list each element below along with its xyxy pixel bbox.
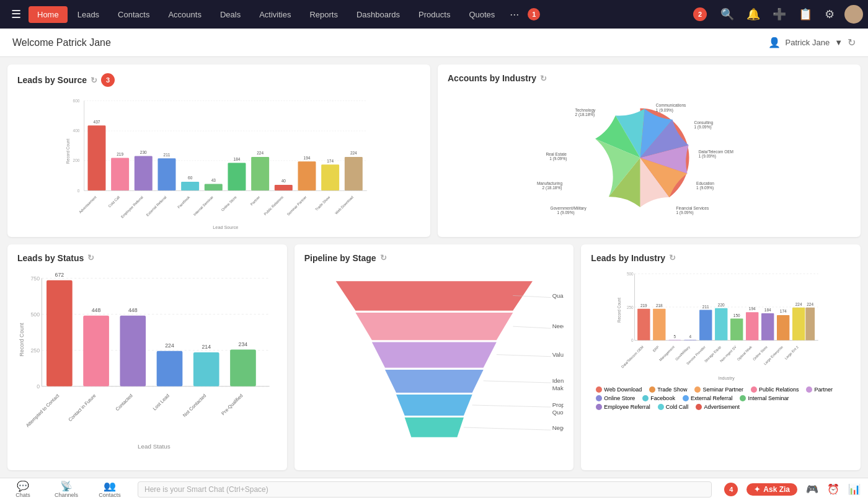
channels-item[interactable]: 📡 Channels [51,480,82,498]
nav-contacts[interactable]: Contacts [109,6,158,23]
nav-quotes[interactable]: Quotes [460,6,503,23]
bell-icon[interactable]: 🔔 [742,5,765,24]
contacts-item[interactable]: 👥 Contacts [94,480,125,498]
badge-4: 4 [724,483,738,496]
legend-internal-seminar: Internal Seminar [740,395,789,401]
svg-rect-129 [668,339,681,340]
svg-text:Contact in Future: Contact in Future [68,393,97,422]
add-icon[interactable]: ➕ [768,5,791,24]
svg-rect-83 [120,315,146,386]
svg-text:4: 4 [689,334,692,338]
legend-facebook: Facebook [642,395,675,401]
nav-badge-1: 1 [528,8,540,20]
svg-text:211: 211 [164,153,170,157]
search-icon[interactable]: 🔍 [715,5,739,24]
contacts-icon: 👥 [104,480,116,492]
nav-accounts[interactable]: Accounts [159,6,210,23]
svg-text:250: 250 [627,305,634,309]
svg-rect-33 [275,185,293,190]
svg-text:Internal Seminar: Internal Seminar [193,195,214,217]
nav-leads[interactable]: Leads [69,6,108,23]
svg-text:Online Store: Online Store [752,345,768,361]
pipeline-refresh[interactable]: ↻ [380,253,387,262]
svg-marker-96 [335,281,532,311]
svg-rect-127 [653,308,665,340]
nav-more-icon[interactable]: ··· [505,6,524,24]
status-bar-right: 4 ✦ Ask Zia 🎮 ⏰ 📊 [724,483,861,496]
svg-rect-77 [46,280,73,386]
svg-text:400: 400 [73,128,80,133]
svg-rect-21 [181,182,199,190]
leads-source-refresh[interactable]: ↻ [91,76,97,85]
clock-icon[interactable]: ⏰ [827,483,839,495]
svg-text:184: 184 [764,308,771,312]
svg-rect-141 [761,313,774,340]
svg-rect-131 [684,339,696,340]
bottom-row: Leads by Status ↻ Record Count 750 500 2… [7,244,861,470]
svg-rect-125 [637,308,650,340]
svg-text:Management: Management [658,344,675,361]
svg-rect-39 [321,164,339,190]
nav-products[interactable]: Products [410,6,459,23]
avatar[interactable] [844,5,863,24]
header-refresh-icon[interactable]: ↻ [848,37,856,48]
legend-trade-show: Trade Show [649,386,687,393]
svg-text:1 (9.09%): 1 (9.09%) [699,154,716,159]
smart-chat-input[interactable]: Here is your Smart Chat (Ctrl+Space) [138,481,712,498]
nav-home[interactable]: Home [29,6,68,23]
svg-marker-102 [385,369,484,392]
svg-text:2 (18.18%): 2 (18.18%) [575,112,595,117]
ask-zia-button[interactable]: ✦ Ask Zia [746,483,797,496]
legend-online-store: Online Store [596,395,635,401]
pipeline-by-stage-card: Pipeline by Stage ↻ Qualification Needs … [294,244,574,470]
accounts-industry-refresh[interactable]: ↻ [540,74,547,83]
accounts-by-industry-card: Accounts by Industry ↻ [438,65,861,237]
nav-deals[interactable]: Deals [211,6,249,23]
svg-text:218: 218 [656,303,663,307]
chats-item[interactable]: 💬 Chats [7,480,38,498]
svg-text:External Referral: External Referral [146,195,167,217]
leads-industry-title: Leads by Industry ↻ [591,253,851,263]
svg-text:220: 220 [718,303,725,307]
svg-text:0: 0 [631,338,634,342]
nav-reports[interactable]: Reports [301,6,347,23]
svg-text:Lead Source: Lead Source [213,225,238,230]
leads-status-refresh[interactable]: ↻ [87,253,94,262]
svg-text:Industry: Industry [719,375,735,381]
nav-activities[interactable]: Activities [250,6,299,23]
svg-text:1 (9.09%): 1 (9.09%) [557,210,574,215]
hamburger-icon[interactable]: ☰ [5,4,27,25]
svg-text:211: 211 [702,304,709,308]
chart-icon[interactable]: 📊 [848,483,861,495]
nav-dashboards[interactable]: Dashboards [348,6,409,23]
svg-text:Record Count: Record Count [618,297,622,322]
leads-industry-refresh[interactable]: ↻ [669,253,676,262]
svg-text:Employee Referral: Employee Referral [120,195,144,219]
svg-text:Pre-Qualified: Pre-Qualified [220,393,244,416]
svg-text:219: 219 [117,152,123,156]
svg-text:194: 194 [749,306,756,311]
svg-rect-12 [111,158,129,190]
svg-text:224: 224 [257,151,264,155]
svg-marker-100 [372,342,497,367]
svg-text:672: 672 [55,272,64,278]
contacts-label: Contacts [99,492,121,498]
svg-rect-86 [157,350,183,386]
svg-text:5: 5 [674,334,676,338]
svg-marker-98 [355,312,513,339]
gamepad-icon[interactable]: 🎮 [806,483,818,495]
svg-text:Communications: Communications [656,103,686,107]
svg-text:Record Count: Record Count [19,322,25,356]
settings-icon[interactable]: ⚙ [820,5,839,24]
legend-web-download: Web Download [596,386,642,393]
svg-text:Needs Analysis: Needs Analysis [552,323,564,329]
import-icon[interactable]: 📋 [794,5,817,24]
svg-text:Quote: Quote [552,408,564,415]
svg-rect-137 [730,318,743,340]
svg-text:234: 234 [239,341,248,347]
svg-text:Lead Status: Lead Status [138,442,170,449]
channels-label: Channels [55,492,78,498]
channels-icon: 📡 [60,480,73,492]
top-navigation: ☰ Home Leads Contacts Accounts Deals Act… [0,0,868,29]
svg-text:194: 194 [304,156,311,160]
